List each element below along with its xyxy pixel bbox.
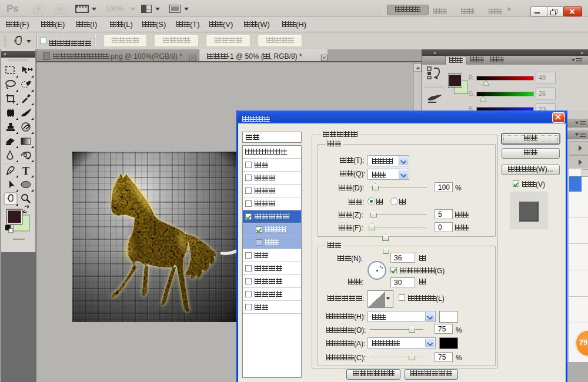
svg-text:T: T — [22, 165, 29, 177]
